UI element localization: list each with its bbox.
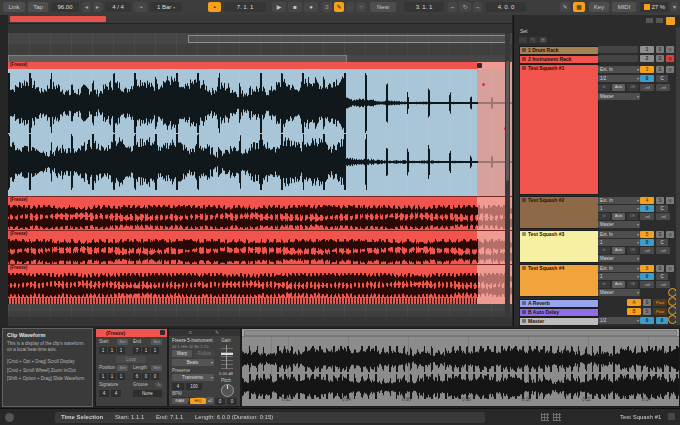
automation-arm-icon[interactable]: ✎ bbox=[334, 2, 344, 12]
end-beats[interactable]: 1 bbox=[142, 347, 150, 354]
mixer-toggle-icon[interactable]: ▤ bbox=[539, 37, 547, 43]
follow-button[interactable]: Follow bbox=[194, 350, 215, 357]
end-sixteenths[interactable]: 1 bbox=[151, 347, 159, 354]
return-a-solo[interactable]: S bbox=[643, 299, 651, 306]
punch-out-icon[interactable]: ¬ bbox=[473, 2, 482, 12]
clip-box-titlebar[interactable]: (Freeze) bbox=[96, 329, 167, 337]
t5-input-select[interactable]: Ext. In▾ bbox=[598, 231, 640, 238]
fold-icon[interactable] bbox=[522, 232, 526, 236]
position-sixteenths[interactable]: 1 bbox=[117, 373, 125, 380]
sidebar-scrollbar[interactable] bbox=[676, 27, 680, 325]
sample-tab-icon[interactable]: ≡ bbox=[189, 329, 192, 335]
link-button[interactable]: Link bbox=[3, 2, 25, 12]
t3-monitor-in[interactable]: In bbox=[598, 84, 610, 91]
speaker-icon[interactable] bbox=[477, 63, 482, 68]
fold-icon[interactable] bbox=[522, 319, 526, 323]
capture-new-button[interactable]: New bbox=[370, 2, 396, 12]
speaker-icon[interactable] bbox=[160, 330, 165, 335]
t4-monitor-in[interactable]: In bbox=[598, 213, 610, 220]
audio-status-icon[interactable] bbox=[5, 413, 14, 422]
track-header-test-squash-2[interactable]: Test Squash #2 bbox=[519, 196, 599, 229]
t5-output-select[interactable]: Master▾ bbox=[598, 255, 640, 262]
t3-arm-button[interactable]: ◎ bbox=[666, 66, 674, 73]
return-b-activator[interactable]: B bbox=[627, 308, 641, 315]
t6-input-select[interactable]: Ext. In▾ bbox=[598, 265, 640, 272]
t6-monitor-in[interactable]: In bbox=[598, 281, 610, 288]
track-header-test-squash-1[interactable]: Test Squash #1 bbox=[519, 64, 599, 195]
t4-monitor-auto[interactable]: Auto bbox=[612, 213, 625, 220]
return-track-b-auto-delay[interactable]: B Auto Delay bbox=[519, 308, 599, 317]
computer-midi-keyboard-icon[interactable]: ▩ bbox=[573, 2, 585, 12]
transient-loop-mode[interactable]: 4 bbox=[172, 383, 184, 390]
loop-brace[interactable] bbox=[188, 35, 507, 43]
t5-pan-field[interactable]: C bbox=[656, 239, 668, 246]
end-set-button[interactable]: Set bbox=[151, 339, 162, 345]
t5-monitor-off[interactable]: Off bbox=[627, 247, 638, 254]
t5-activator[interactable]: 5 bbox=[640, 231, 654, 238]
draw-mode-icon[interactable]: ✎ bbox=[560, 2, 570, 12]
t3-monitor-off[interactable]: Off bbox=[627, 84, 638, 91]
automation-dot[interactable] bbox=[482, 83, 485, 86]
t5-solo-button[interactable]: S bbox=[656, 231, 664, 238]
overview-clips-block[interactable] bbox=[10, 16, 106, 22]
tap-tempo-button[interactable]: Tap bbox=[28, 2, 48, 12]
t4-monitor-off[interactable]: Off bbox=[627, 213, 638, 220]
t6-volume-field[interactable]: 0 bbox=[640, 273, 654, 280]
clip-grid-icon[interactable] bbox=[541, 413, 549, 421]
t3-activator[interactable]: 3 bbox=[640, 66, 654, 73]
stop-button[interactable]: ■ bbox=[288, 2, 302, 12]
master-channel-select[interactable]: 1/2▾ bbox=[598, 317, 640, 324]
time-ruler[interactable]: 0:000:010:020:030:040:050:060:070:080:09… bbox=[8, 317, 512, 326]
loop-length-field[interactable]: 4. 0. 0 bbox=[486, 2, 526, 12]
t2-arm-button[interactable]: ◎ bbox=[666, 55, 674, 62]
t3-channel-select[interactable]: 1/2▾ bbox=[598, 75, 640, 82]
track-header-drum-rack[interactable]: 1 Drum Rack bbox=[519, 46, 599, 55]
pencil-icon[interactable]: ✎ bbox=[529, 37, 537, 43]
fold-icon[interactable] bbox=[522, 198, 526, 202]
pitch-semitones-field[interactable]: 0 bbox=[215, 398, 225, 405]
t6-arm-button[interactable]: ◎ bbox=[666, 265, 674, 272]
t6-activator[interactable]: 6 bbox=[640, 265, 654, 272]
envelope-tab-icon[interactable]: ✎ bbox=[215, 329, 219, 335]
t5-monitor-auto[interactable]: Auto bbox=[612, 247, 625, 254]
t4-activator[interactable]: 4 bbox=[640, 197, 654, 204]
groove-select[interactable]: None bbox=[133, 390, 162, 397]
loop-switch-icon[interactable]: ↻ bbox=[459, 2, 471, 12]
pitch-cents-field[interactable]: 0 bbox=[227, 398, 237, 405]
window-button-1[interactable] bbox=[646, 18, 653, 23]
t3-volume-field[interactable]: 0 bbox=[640, 75, 654, 82]
status-corner-button[interactable] bbox=[668, 413, 675, 420]
length-set-button[interactable]: Set bbox=[151, 365, 162, 371]
arrangement-position-field[interactable]: 7. 1. 1 bbox=[224, 2, 266, 12]
track-header-instrument-rack[interactable]: 2 Instrument Rack bbox=[519, 55, 599, 64]
return-a-activator[interactable]: A bbox=[627, 299, 641, 306]
t6-output-select[interactable]: Master▾ bbox=[598, 289, 640, 296]
waveform-scroll-thumb[interactable] bbox=[244, 330, 677, 336]
clip1-titlebar[interactable]: (Freeze) bbox=[8, 62, 512, 69]
hiq-button[interactable]: HiQ bbox=[190, 398, 206, 404]
track-header-test-squash-4[interactable]: Test Squash #4 bbox=[519, 264, 599, 297]
start-bars[interactable]: 1 bbox=[99, 347, 107, 354]
sig-denominator[interactable]: 4 bbox=[111, 390, 121, 397]
length-sixteenths[interactable]: 0 bbox=[151, 373, 159, 380]
t4-channel-select[interactable]: 1▾ bbox=[598, 205, 640, 212]
scrollbar-thumb[interactable] bbox=[506, 61, 509, 181]
clip-waveform-display[interactable]: 0:020:040:060:080:100:120:14 bbox=[241, 328, 680, 407]
t4-input-select[interactable]: Ext. In▾ bbox=[598, 197, 640, 204]
t4-arm-button[interactable]: ◎ bbox=[666, 197, 674, 204]
tempo-field[interactable]: 96.00 bbox=[51, 2, 79, 12]
set-tab[interactable]: Set bbox=[520, 28, 528, 34]
window-button-2[interactable] bbox=[656, 18, 663, 23]
position-bars[interactable]: 1 bbox=[99, 373, 107, 380]
midi-map-button[interactable]: MIDI bbox=[612, 2, 636, 12]
t2-activator[interactable]: 2 bbox=[640, 55, 654, 62]
t3-input-select[interactable]: Ext. In▾ bbox=[598, 66, 640, 73]
t5-channel-select[interactable]: 1▾ bbox=[598, 239, 640, 246]
follow-button[interactable]: ▪ bbox=[208, 2, 221, 12]
t1-arm-button[interactable]: ◎ bbox=[666, 46, 674, 53]
t4-pan-field[interactable]: C bbox=[656, 205, 668, 212]
transient-envelope[interactable]: 100 bbox=[186, 383, 202, 390]
key-map-button[interactable]: Key bbox=[589, 2, 609, 12]
nudge-up-icon[interactable]: ▸ bbox=[93, 2, 102, 12]
t5-monitor-in[interactable]: In bbox=[598, 247, 610, 254]
